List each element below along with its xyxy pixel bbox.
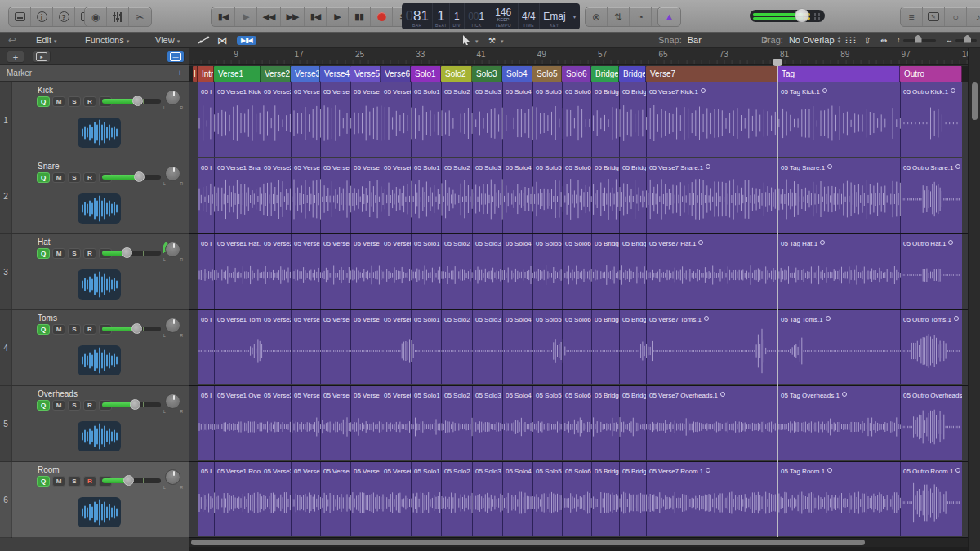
- audio-region[interactable]: 05 Verse: [350, 310, 381, 384]
- horizontal-fit-icon[interactable]: ⇹: [880, 33, 887, 47]
- solo-button[interactable]: S: [68, 96, 81, 107]
- audio-region[interactable]: 05 Solo4: [502, 462, 532, 536]
- audio-region[interactable]: 05 Verse1 Toms: [214, 310, 261, 384]
- library-icon[interactable]: [9, 7, 31, 26]
- audio-region[interactable]: 05 Solo5: [532, 462, 562, 536]
- audio-region[interactable]: 05 Verse: [350, 82, 381, 157]
- volume-thumb[interactable]: [130, 399, 140, 410]
- audio-region[interactable]: 05 Verse3: [291, 310, 320, 384]
- audio-region[interactable]: 05 Solo1: [411, 462, 441, 536]
- audio-region[interactable]: 05 Solo1: [411, 386, 441, 460]
- arrangement-marker-solo5[interactable]: Solo5: [532, 66, 562, 82]
- track-header-kick[interactable]: 1KickQMSRILR: [0, 82, 189, 158]
- record-arm-button[interactable]: R: [83, 400, 96, 411]
- audio-region[interactable]: 05 I: [198, 310, 214, 384]
- left-click-tool-menu[interactable]: [462, 33, 479, 47]
- arrangement-marker-tag[interactable]: Tag: [777, 66, 900, 82]
- track-header-toms[interactable]: 4TomsQMSRILR: [0, 309, 189, 385]
- pan-knob[interactable]: [165, 318, 180, 333]
- horizontal-scrollbar[interactable]: [189, 538, 968, 547]
- audio-region[interactable]: 05 Solo6: [562, 310, 591, 384]
- audio-region[interactable]: 05 Verse2: [261, 310, 291, 384]
- bar-ruler[interactable]: 91725334149576573818997105: [189, 48, 968, 65]
- audio-region[interactable]: 05 Verse4: [320, 386, 350, 460]
- track-name[interactable]: Snare: [38, 162, 60, 171]
- track-stack-icon[interactable]: ▸: [33, 51, 51, 63]
- track-header-snare[interactable]: 2SnareQMSRILR: [0, 158, 189, 233]
- vertical-auto-zoom-icon[interactable]: ⇳: [864, 33, 871, 47]
- audio-region[interactable]: 05 Solo5: [532, 386, 562, 460]
- solo-button[interactable]: S: [68, 172, 81, 183]
- audio-region[interactable]: 05 Solo3: [472, 386, 502, 460]
- audio-region[interactable]: 05 Solo2: [441, 234, 472, 309]
- arrangement-marker-solo3[interactable]: Solo3: [472, 66, 502, 82]
- arrangement-marker-intr[interactable]: Intr: [198, 66, 214, 82]
- audio-region[interactable]: 05 Tag Room.1: [777, 462, 900, 536]
- pan-knob[interactable]: [165, 90, 180, 105]
- audio-region[interactable]: 05 Tag Overheads.1: [777, 386, 900, 460]
- pan-knob[interactable]: [165, 469, 180, 485]
- audio-region[interactable]: 05 I: [198, 462, 214, 536]
- play-button[interactable]: ▶: [327, 7, 349, 26]
- quantize-button[interactable]: Q: [37, 476, 50, 487]
- snap-control[interactable]: Snap: Bar ▲▼: [658, 33, 768, 47]
- volume-thumb[interactable]: [131, 323, 142, 334]
- editors-icon[interactable]: ✂: [129, 7, 151, 26]
- volume-slider[interactable]: [102, 327, 161, 331]
- pan-knob[interactable]: [165, 166, 180, 181]
- arrangement-marker-verse5[interactable]: Verse5: [350, 66, 381, 82]
- mute-button[interactable]: M: [52, 248, 65, 259]
- audio-region[interactable]: 05 Bridge: [591, 82, 619, 157]
- solo-button[interactable]: S: [68, 400, 81, 411]
- audio-region[interactable]: 05 Bridge: [619, 82, 646, 157]
- solo-button[interactable]: S: [68, 248, 81, 259]
- audio-region[interactable]: 05 Tag Kick.1: [777, 82, 900, 157]
- metronome-icon[interactable]: ▲: [658, 7, 680, 26]
- audio-region[interactable]: 05 Verse4: [320, 462, 350, 536]
- mute-button[interactable]: M: [52, 96, 65, 107]
- vertical-scrollbar-thumb[interactable]: [972, 82, 978, 120]
- audio-region[interactable]: 05 Tag Toms.1: [777, 310, 900, 384]
- audio-region[interactable]: 05 Verse2: [261, 158, 291, 233]
- audio-region[interactable]: 05 Solo2: [441, 310, 472, 384]
- audio-region[interactable]: 05 Solo4: [502, 386, 532, 460]
- mixer-icon[interactable]: [107, 7, 129, 26]
- master-volume-thumb[interactable]: [795, 8, 809, 23]
- volume-thumb[interactable]: [132, 96, 143, 106]
- record-arm-button[interactable]: R: [83, 172, 96, 183]
- volume-slider[interactable]: [102, 175, 161, 180]
- track-icon[interactable]: [78, 118, 121, 148]
- audio-region[interactable]: 05 Bridge: [591, 386, 619, 460]
- audio-region[interactable]: 05 Verse2: [261, 82, 291, 157]
- audio-region[interactable]: 05 Verse2: [261, 386, 291, 460]
- audio-region[interactable]: 05 Verse7 Snare.1: [646, 158, 777, 233]
- audio-region[interactable]: 05 Solo5: [532, 158, 562, 233]
- audio-region[interactable]: 05 Solo6: [562, 158, 591, 233]
- record-arm-button[interactable]: R: [83, 96, 96, 107]
- lcd-display[interactable]: 081 BAR 1 BEAT 1 DIV 001 TICK 146 KEEP T…: [402, 3, 580, 29]
- inspector-icon[interactable]: i: [31, 7, 53, 26]
- audio-region[interactable]: 05 Tag Hat.1: [777, 234, 900, 309]
- audio-region[interactable]: 05 I: [198, 82, 214, 157]
- audio-region[interactable]: 05 Verse: [350, 462, 381, 536]
- track-header-hat[interactable]: 3HatQMSRILR: [0, 233, 189, 309]
- pan-knob[interactable]: [165, 242, 180, 257]
- audio-region[interactable]: 05 Solo6: [562, 234, 591, 309]
- audio-region[interactable]: 05 Bridge: [591, 234, 619, 309]
- arrangement-marker-lane[interactable]: IIntrVerse1Verse2Verse3Verse4Verse5Verse…: [189, 66, 968, 82]
- audio-region[interactable]: 05 Verse1 Roo: [214, 462, 261, 536]
- playhead-handle[interactable]: [773, 59, 782, 66]
- marker-lane-header[interactable]: Marker +: [0, 65, 189, 82]
- audio-region[interactable]: 05 Verse3: [291, 462, 320, 536]
- audio-region[interactable]: 05 Solo1: [411, 158, 441, 233]
- mute-button[interactable]: M: [52, 476, 65, 487]
- audio-region[interactable]: 05 Verse1 Hat.1: [214, 234, 261, 309]
- audio-region[interactable]: 05 Outro Hat.1: [900, 234, 962, 309]
- audio-region[interactable]: 05 Outro Snare.1: [900, 158, 962, 233]
- quantize-button[interactable]: Q: [37, 400, 50, 411]
- list-editors-icon[interactable]: ≡: [901, 7, 923, 26]
- audio-region[interactable]: 05 Solo6: [562, 386, 591, 460]
- record-arm-button[interactable]: R: [83, 476, 96, 487]
- horizontal-scrollbar-thumb[interactable]: [191, 540, 865, 545]
- edit-menu[interactable]: Edit: [36, 33, 56, 47]
